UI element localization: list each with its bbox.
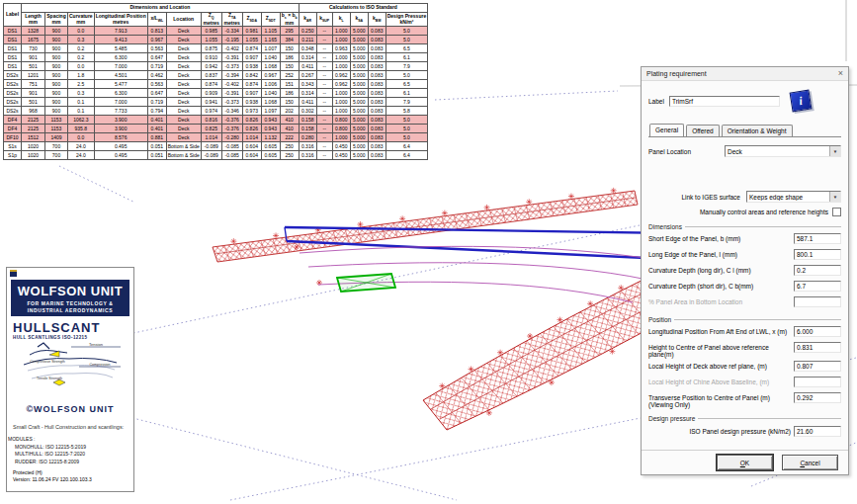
table-cell: 5.000 (350, 44, 368, 53)
table-cell: 0.316 (299, 142, 316, 151)
banner-title: WOLFSON UNIT (11, 284, 129, 298)
table-cell: 1.068 (261, 62, 280, 71)
table-cell: 0.316 (299, 151, 316, 160)
table-cell: -0.089 (201, 151, 221, 160)
table-row[interactable]: DF10151214090.08.5760.881Deck1.014-0.280… (4, 133, 428, 142)
table-cell: 8.576 (94, 133, 147, 142)
group-header-calculations: Calculations to ISO Standard (299, 4, 427, 13)
field-input[interactable] (794, 426, 841, 437)
table-cell: 5.0 (386, 36, 427, 44)
hull-section-diagram: Tension Compressive Strength Compression… (10, 341, 130, 390)
table-row[interactable]: S1p102070024.00.4950.051Bottom & Side-0.… (4, 151, 428, 160)
table-cell: 150 (280, 98, 299, 107)
caption-line: Small Craft - Hull Construction and scan… (13, 424, 129, 430)
table-cell: 0.794 (147, 107, 166, 116)
table-cell: 7.913 (94, 27, 147, 36)
section-header: Dimensions (648, 223, 841, 230)
info-icon[interactable]: i (789, 90, 812, 113)
panel-location-select[interactable]: Deck ▼ (725, 145, 841, 157)
table-cell: 5.0 (386, 71, 427, 80)
table-row[interactable]: DS113289000.07.9130.813Deck0.985-0.3340.… (4, 27, 428, 36)
table-row[interactable]: DS2s12019001.84.5010.462Deck0.837-0.3940… (4, 71, 428, 80)
table-cell: 2.5 (68, 80, 95, 89)
table-cell: 0.314 (299, 89, 316, 98)
field-input[interactable] (794, 326, 841, 337)
chevron-down-icon[interactable]: ▼ (829, 192, 840, 202)
table-cell: -0.195 (221, 36, 242, 44)
table-cell: Deck (166, 107, 201, 116)
panel-label-input[interactable] (669, 96, 780, 107)
field-input[interactable] (794, 342, 841, 353)
close-icon[interactable]: × (838, 69, 843, 78)
table-cell: 0.0 (68, 62, 95, 71)
table-row[interactable]: DS17309000.25.4850.563Deck0.875-0.4020.8… (4, 44, 428, 53)
table-cell: 5.0 (386, 116, 427, 125)
table-cell: 0.495 (94, 151, 147, 160)
table-cell: 0.842 (242, 71, 261, 80)
table-row[interactable]: DS15019000.07.0000.719Deck0.942-0.3730.9… (4, 62, 428, 71)
table-cell: 5.000 (350, 62, 368, 71)
table-cell: 0.343 (299, 80, 316, 89)
field-row: % Panel Area in Bottom Location (648, 296, 841, 309)
table-cell: 0.938 (242, 62, 261, 71)
cancel-button[interactable]: Cancel (782, 455, 838, 470)
field-input[interactable] (794, 265, 841, 276)
table-row[interactable]: DF421251153935.83.9000.401Deck0.825-0.37… (4, 125, 428, 133)
table-cell: 0.083 (368, 107, 386, 116)
table-cell: 0.083 (368, 44, 386, 53)
field-input[interactable] (794, 249, 841, 260)
table-row[interactable]: DS2s5019000.17.0000.719Deck0.941-0.3730.… (4, 98, 428, 107)
tab-general[interactable]: General (649, 124, 684, 136)
table-row[interactable]: DF4212511531062.33.9000.401Deck0.816-0.3… (4, 116, 428, 125)
hullscant-app-window: LabelDimensions and LocationCalculations… (0, 0, 857, 504)
table-row[interactable]: DS2s9689000.17.7330.794Deck0.974-0.3460.… (4, 107, 428, 116)
manual-control-checkbox[interactable] (832, 208, 841, 216)
table-row[interactable]: DS19019000.26.3000.647Deck0.910-0.3910.9… (4, 53, 428, 62)
table-cell: 0.083 (368, 89, 386, 98)
table-cell: -0.346 (221, 107, 242, 116)
table-row[interactable]: S1s102070024.00.4950.051Bottom & Side-0.… (4, 142, 428, 151)
table-cell: 0.280 (299, 133, 316, 142)
chevron-down-icon[interactable]: ▼ (829, 146, 840, 156)
table-cell: 0.563 (147, 80, 166, 89)
diagram-label-tension: Tension (89, 342, 103, 347)
table-cell: -- (316, 53, 332, 62)
section-header: Position (648, 316, 841, 323)
table-cell: 5.000 (350, 27, 368, 36)
table-cell: 1153 (45, 116, 68, 125)
table-cell: -0.089 (201, 142, 221, 151)
field-input[interactable] (794, 392, 841, 403)
table-row[interactable]: DS116759000.39.4130.967Deck1.055-0.1951.… (4, 36, 428, 44)
field-input (794, 296, 841, 307)
field-input[interactable] (794, 361, 841, 372)
field-input[interactable] (794, 233, 841, 244)
field-label: Height to Centre of Panel above referenc… (648, 342, 794, 358)
table-cell: 0.604 (242, 142, 261, 151)
selected-panel[interactable] (337, 274, 395, 292)
table-cell: 6.1 (386, 89, 427, 98)
table-row[interactable]: DS2s9019000.36.3000.647Deck0.909-0.3910.… (4, 89, 428, 98)
col-header: kL (332, 13, 350, 27)
table-cell: 2125 (22, 125, 45, 133)
table-cell: DF4 (4, 116, 22, 125)
table-row[interactable]: DS2s7519002.55.4770.563Deck0.874-0.4020.… (4, 80, 428, 89)
table-cell: 0.1 (68, 107, 95, 116)
ok-button[interactable]: OK (717, 455, 773, 470)
table-cell: 0.083 (368, 27, 386, 36)
table-cell: -- (316, 44, 332, 53)
field-row: Short Edge of the Panel, b (mm) (648, 233, 841, 246)
dialog-titlebar[interactable]: Plating requirement × (642, 67, 848, 81)
table-cell: -- (316, 151, 332, 160)
field-input[interactable] (794, 281, 841, 292)
table-cell: -- (316, 125, 332, 133)
table-cell: 935.8 (68, 125, 95, 133)
table-cell: 1.000 (332, 89, 350, 98)
field-label: Local Height of Chine Above Baseline, (m… (648, 377, 794, 385)
field-row: Longitudinal Position From Aft End of LW… (648, 326, 841, 339)
table-cell: -0.334 (221, 27, 242, 36)
iges-link-select[interactable]: Keeps edge shape ▼ (746, 191, 841, 203)
table-cell: -0.085 (221, 151, 242, 160)
product-block: HULLSCANT HULL SCANTLINGS ISO-12215 (13, 320, 129, 340)
table-cell: 0.875 (201, 44, 221, 53)
table-cell: 9.413 (94, 36, 147, 44)
